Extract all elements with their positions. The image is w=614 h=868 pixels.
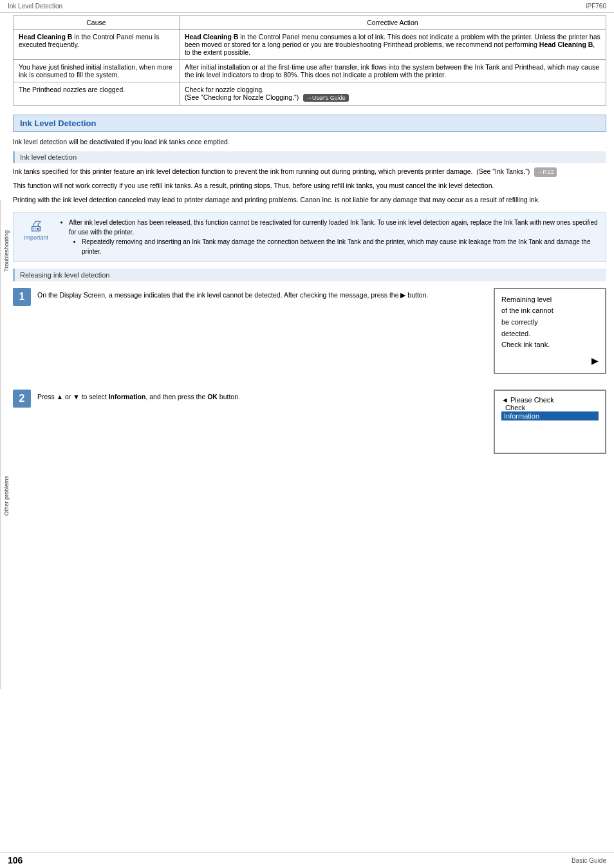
screen-line: Check (501, 404, 599, 411)
ink-level-subtitle: Ink level detection will be deactivated … (13, 137, 606, 147)
table-cell-action-2: After initial installation or at the fir… (179, 60, 606, 82)
important-bullets: After ink level detection has been relea… (59, 218, 599, 256)
table-row: You have just finished initial installat… (14, 60, 606, 82)
step-2-row: 2 Press ▲ or ▼ to select Information, an… (13, 390, 606, 454)
important-icon-col: 🖨 Important (20, 218, 52, 256)
body-text-1: Ink tanks specified for this printer fea… (13, 167, 606, 178)
header-right: iPF760 (586, 3, 606, 10)
page-header: Ink Level Detection iPF760 (0, 0, 614, 13)
step-2-left: 2 Press ▲ or ▼ to select Information, an… (13, 390, 483, 408)
header-left: Ink Level Detection (8, 3, 62, 10)
screen-line: Check ink tank. (501, 339, 599, 351)
screen-line: Remaining level (501, 294, 599, 306)
cause-action-table: Cause Corrective Action Head Cleaning B … (13, 15, 606, 106)
step-1-text: On the Display Screen, a message indicat… (37, 288, 428, 306)
body-text-2: This function will not work correctly if… (13, 181, 606, 191)
list-item: After ink level detection has been relea… (69, 218, 599, 237)
table-cell-action-1: Head Cleaning B in the Control Panel men… (179, 30, 606, 60)
table-row: The Printhead nozzles are clogged. Check… (14, 82, 606, 106)
footer: 106 Basic Guide (0, 852, 614, 868)
list-item: Repeatedly removing and inserting an Ink… (82, 237, 599, 256)
screen-line: ◄ Please Check (501, 396, 599, 404)
table-cell-action-3: Check for nozzle clogging. (See "Checkin… (179, 82, 606, 106)
step-1-left: 1 On the Display Screen, a message indic… (13, 288, 483, 306)
table-row: Head Cleaning B in the Control Panel men… (14, 30, 606, 60)
main-content: Cause Corrective Action Head Cleaning B … (13, 13, 606, 454)
screen-line: be correctly (501, 317, 599, 328)
table-header-cause: Cause (14, 16, 180, 30)
table-cell-cause-1: Head Cleaning B in the Control Panel men… (14, 30, 180, 60)
screen-line: of the ink cannot (501, 305, 599, 317)
footer-right: Basic Guide (572, 857, 606, 864)
step-1-screen: Remaining level of the ink cannot be cor… (494, 288, 606, 374)
users-guide-badge: →User's Guide (303, 94, 349, 102)
step-2-number: 2 (13, 390, 31, 408)
sidebar-troubleshooting-label: Troubleshooting (0, 200, 12, 303)
table-header-action: Corrective Action (179, 16, 606, 30)
screen-highlighted-line: Information (501, 411, 599, 420)
ink-level-section-header: Ink Level Detection (13, 115, 606, 132)
screen-line: Information (501, 411, 599, 420)
table-cell-cause-3: The Printhead nozzles are clogged. (14, 82, 180, 106)
step-1-row: 1 On the Display Screen, a message indic… (13, 288, 606, 374)
p22-badge: →P.22 (534, 167, 556, 178)
subsection1-header: Ink level detection (13, 151, 606, 163)
page-wrapper: Ink Level Detection iPF760 Troubleshooti… (0, 0, 614, 868)
screen-line: detected. (501, 328, 599, 340)
ink-level-title: Ink Level Detection (20, 118, 96, 128)
step-2-screen: ◄ Please Check Check Information (494, 390, 606, 454)
important-box: 🖨 Important After ink level detection ha… (13, 212, 606, 262)
sidebar-other-problems-label: Other problems (0, 303, 12, 689)
step-1-number: 1 (13, 288, 31, 306)
important-label: Important (24, 234, 48, 241)
subsection2-header: Releasing ink level detection (13, 269, 606, 281)
step-2-text: Press ▲ or ▼ to select Information, and … (37, 390, 240, 408)
screen-arrow: ▶ (501, 354, 599, 368)
body-text-3: Printing with the ink level detection ca… (13, 195, 606, 205)
table-cell-cause-2: You have just finished initial installat… (14, 60, 180, 82)
important-icon: 🖨 (29, 218, 43, 234)
page-number: 106 (8, 855, 23, 865)
